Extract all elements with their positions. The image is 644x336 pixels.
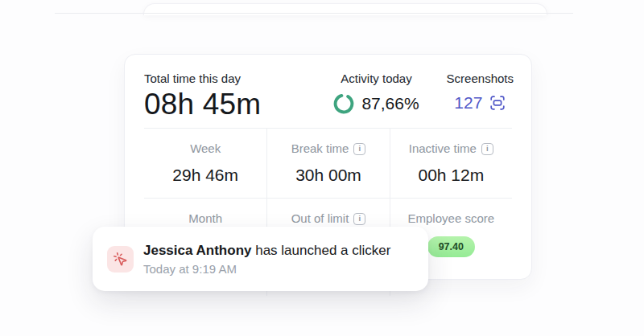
toast-body: Jessica Anthony has launched a clicker T… (143, 242, 415, 277)
toast-message: Jessica Anthony has launched a clicker (143, 242, 415, 259)
stat-break-time-label: Break time i (272, 141, 384, 156)
card-header: Total time this day 08h 45m Activity tod… (125, 55, 531, 121)
info-icon[interactable]: i (353, 143, 365, 155)
screenshots-label: Screenshots (447, 72, 514, 86)
info-icon[interactable]: i (481, 143, 493, 155)
toast-user-name: Jessica Anthony (143, 243, 251, 258)
activity-block: Activity today 87,66% (333, 72, 419, 114)
stat-week: Week 29h 46m (144, 128, 266, 199)
screen: Total time this day 08h 45m Activity tod… (0, 0, 644, 336)
stat-week-value: 29h 46m (149, 165, 262, 186)
info-icon[interactable]: i (353, 213, 365, 225)
total-time-block: Total time this day 08h 45m (144, 72, 333, 121)
stat-week-label: Week (149, 141, 262, 156)
screenshot-frame-icon[interactable] (489, 95, 506, 111)
toast-timestamp: Today at 9:19 AM (143, 262, 415, 277)
stat-break-time: Break time i 30h 00m (266, 128, 389, 199)
stat-employee-score-label: Employee score (395, 211, 507, 226)
stat-out-of-limit-label: Out of limit i (272, 211, 384, 226)
activity-progress-ring (333, 93, 354, 114)
total-time-label: Total time this day (144, 72, 333, 86)
activity-value: 87,66% (361, 94, 419, 113)
activity-label: Activity today (333, 72, 419, 86)
screenshots-block: Screenshots 127 (447, 72, 514, 113)
background-divider-line (55, 13, 573, 14)
stat-inactive-time-value: 00h 12m (395, 165, 507, 186)
toast-icon-bg (107, 246, 134, 272)
stat-month-label: Month (149, 211, 262, 226)
stat-inactive-time-label: Inactive time i (395, 141, 507, 156)
total-time-value: 08h 45m (144, 88, 333, 121)
screenshots-count[interactable]: 127 (454, 93, 482, 113)
stat-inactive-time: Inactive time i 00h 12m (390, 128, 512, 199)
employee-score-badge: 97.40 (427, 236, 475, 257)
toast-message-text: has launched a clicker (251, 243, 390, 258)
notification-toast[interactable]: Jessica Anthony has launched a clicker T… (93, 227, 428, 291)
mouse-pointer-click-icon (113, 252, 128, 267)
stat-break-time-value: 30h 00m (272, 165, 384, 186)
